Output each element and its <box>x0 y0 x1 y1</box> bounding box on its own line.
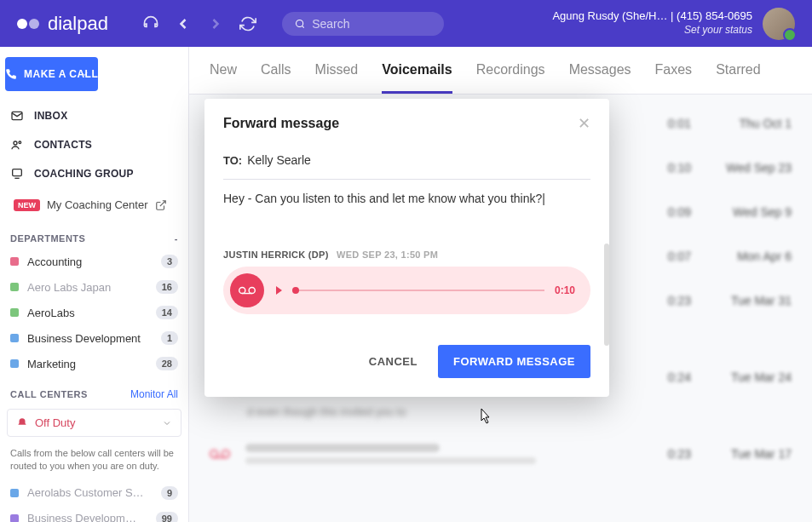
close-icon[interactable]: ✕ <box>578 114 590 133</box>
modal-title: Forward message <box>223 116 339 131</box>
vm-timestamp: WED SEP 23, 1:50 PM <box>337 250 438 260</box>
playback-track[interactable] <box>292 290 544 291</box>
scrollbar[interactable] <box>604 244 609 346</box>
svg-point-31 <box>249 287 255 293</box>
vm-duration: 0:10 <box>555 284 575 296</box>
voicemail-player[interactable]: 0:10 <box>223 267 590 314</box>
forward-message-modal: Forward message ✕ TO: Kelly Searle Hey -… <box>204 99 609 397</box>
playback-thumb[interactable] <box>292 287 299 294</box>
to-value: Kelly Searle <box>247 153 311 167</box>
forward-message-button[interactable]: FORWARD MESSAGE <box>438 345 590 378</box>
to-field[interactable]: TO: Kelly Searle <box>223 145 590 180</box>
modal-overlay: Forward message ✕ TO: Kelly Searle Hey -… <box>0 0 812 522</box>
play-icon[interactable] <box>276 286 282 295</box>
svg-point-30 <box>239 287 245 293</box>
voicemail-attachment: JUSTIN HERRICK (DP) WED SEP 23, 1:50 PM … <box>223 243 590 323</box>
voicemail-icon <box>230 273 264 307</box>
vm-sender: JUSTIN HERRICK (DP) <box>223 250 329 260</box>
message-input[interactable]: Hey - Can you listen to this and let me … <box>223 192 590 243</box>
to-label: TO: <box>223 154 242 167</box>
cancel-button[interactable]: CANCEL <box>357 345 429 378</box>
